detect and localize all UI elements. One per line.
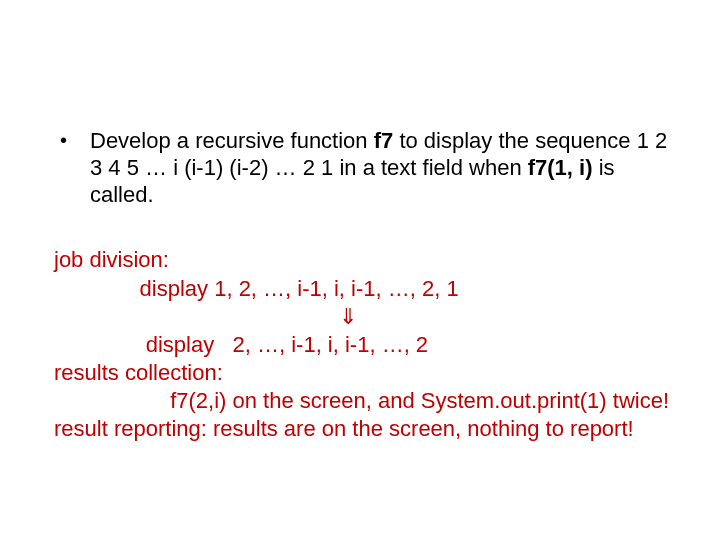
bullet-item: • Develop a recursive function f7 to dis…: [54, 128, 674, 208]
bullet-text: Develop a recursive function f7 to displ…: [90, 128, 674, 208]
bullet-marker: •: [54, 128, 90, 152]
red-arrow: ⇓: [54, 303, 674, 331]
red-line-4: results collection:: [54, 359, 674, 387]
red-explanation: job division: display 1, 2, …, i-1, i, i…: [54, 246, 674, 443]
bullet-call: f7(1, i): [528, 155, 593, 180]
slide-content: • Develop a recursive function f7 to dis…: [54, 128, 674, 444]
red-line-3: display 2, …, i-1, i, i-1, …, 2: [54, 331, 674, 359]
slide: • Develop a recursive function f7 to dis…: [0, 0, 720, 540]
bullet-fn: f7: [374, 128, 394, 153]
red-line-1: job division:: [54, 246, 674, 274]
red-line-5: f7(2,i) on the screen, and System.out.pr…: [54, 387, 674, 415]
red-line-6: result reporting: results are on the scr…: [54, 415, 674, 443]
bullet-seg1: Develop a recursive function: [90, 128, 374, 153]
red-line-2: display 1, 2, …, i-1, i, i-1, …, 2, 1: [54, 275, 674, 303]
